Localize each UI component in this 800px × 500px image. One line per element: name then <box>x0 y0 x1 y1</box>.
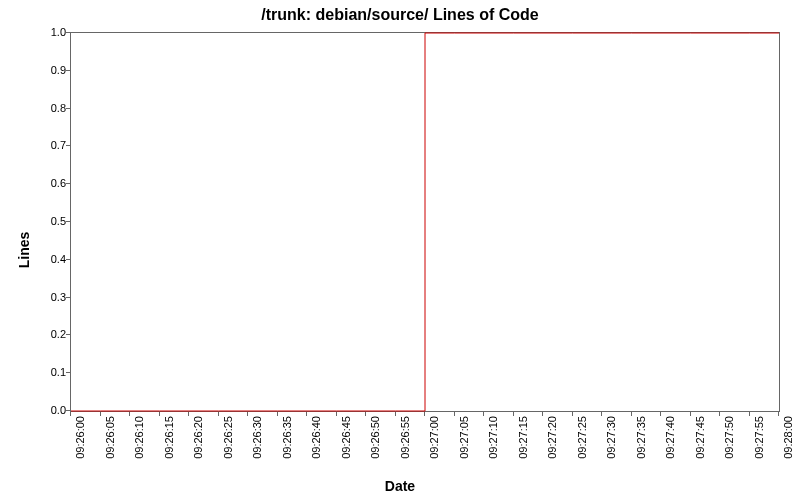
x-tick-mark <box>188 412 189 416</box>
x-tick-label: 09:27:35 <box>635 416 647 459</box>
x-tick-mark <box>129 412 130 416</box>
x-tick-label: 09:26:05 <box>104 416 116 459</box>
y-tick-label: 0.0 <box>26 404 66 416</box>
y-tick-label: 0.4 <box>26 253 66 265</box>
y-tick-label: 0.2 <box>26 328 66 340</box>
x-tick-mark <box>483 412 484 416</box>
y-tick-mark <box>66 70 70 71</box>
x-tick-label: 09:27:20 <box>546 416 558 459</box>
y-tick-label: 0.7 <box>26 139 66 151</box>
y-tick-mark <box>66 259 70 260</box>
x-tick-mark <box>778 412 779 416</box>
x-tick-label: 09:27:25 <box>576 416 588 459</box>
x-tick-label: 09:28:00 <box>782 416 794 459</box>
x-tick-mark <box>100 412 101 416</box>
y-tick-label: 1.0 <box>26 26 66 38</box>
x-tick-label: 09:27:55 <box>753 416 765 459</box>
x-tick-mark <box>218 412 219 416</box>
x-tick-label: 09:26:50 <box>369 416 381 459</box>
x-tick-label: 09:26:25 <box>222 416 234 459</box>
x-tick-label: 09:26:55 <box>399 416 411 459</box>
y-tick-mark <box>66 145 70 146</box>
y-tick-label: 0.1 <box>26 366 66 378</box>
x-tick-label: 09:27:05 <box>458 416 470 459</box>
x-tick-mark <box>424 412 425 416</box>
x-tick-label: 09:26:30 <box>251 416 263 459</box>
chart-title: /trunk: debian/source/ Lines of Code <box>0 6 800 24</box>
y-tick-mark <box>66 297 70 298</box>
x-tick-mark <box>719 412 720 416</box>
x-tick-mark <box>365 412 366 416</box>
y-tick-label: 0.5 <box>26 215 66 227</box>
x-tick-mark <box>277 412 278 416</box>
y-tick-mark <box>66 32 70 33</box>
y-tick-label: 0.9 <box>26 64 66 76</box>
x-tick-mark <box>395 412 396 416</box>
x-tick-mark <box>336 412 337 416</box>
y-tick-mark <box>66 410 70 411</box>
y-tick-label: 0.3 <box>26 291 66 303</box>
x-tick-label: 09:26:20 <box>192 416 204 459</box>
x-tick-mark <box>513 412 514 416</box>
x-tick-mark <box>454 412 455 416</box>
x-tick-mark <box>601 412 602 416</box>
x-tick-label: 09:27:40 <box>664 416 676 459</box>
x-tick-mark <box>660 412 661 416</box>
x-tick-mark <box>631 412 632 416</box>
y-tick-label: 0.6 <box>26 177 66 189</box>
x-tick-label: 09:27:10 <box>487 416 499 459</box>
x-tick-label: 09:27:30 <box>605 416 617 459</box>
x-tick-label: 09:27:15 <box>517 416 529 459</box>
x-tick-mark <box>159 412 160 416</box>
y-tick-mark <box>66 372 70 373</box>
x-axis-label: Date <box>0 478 800 494</box>
data-line <box>71 33 779 411</box>
chart-container: /trunk: debian/source/ Lines of Code Lin… <box>0 0 800 500</box>
x-tick-label: 09:26:15 <box>163 416 175 459</box>
x-tick-mark <box>542 412 543 416</box>
x-tick-mark <box>247 412 248 416</box>
x-tick-label: 09:26:45 <box>340 416 352 459</box>
y-tick-mark <box>66 108 70 109</box>
x-tick-mark <box>306 412 307 416</box>
x-tick-mark <box>70 412 71 416</box>
x-tick-label: 09:26:10 <box>133 416 145 459</box>
x-tick-label: 09:26:35 <box>281 416 293 459</box>
y-tick-label: 0.8 <box>26 102 66 114</box>
plot-area <box>70 32 780 412</box>
x-tick-label: 09:27:50 <box>723 416 735 459</box>
y-tick-mark <box>66 183 70 184</box>
x-tick-label: 09:26:00 <box>74 416 86 459</box>
x-tick-mark <box>572 412 573 416</box>
x-tick-label: 09:26:40 <box>310 416 322 459</box>
x-tick-label: 09:27:00 <box>428 416 440 459</box>
x-tick-mark <box>749 412 750 416</box>
y-tick-mark <box>66 221 70 222</box>
y-tick-mark <box>66 334 70 335</box>
x-tick-mark <box>690 412 691 416</box>
x-tick-label: 09:27:45 <box>694 416 706 459</box>
